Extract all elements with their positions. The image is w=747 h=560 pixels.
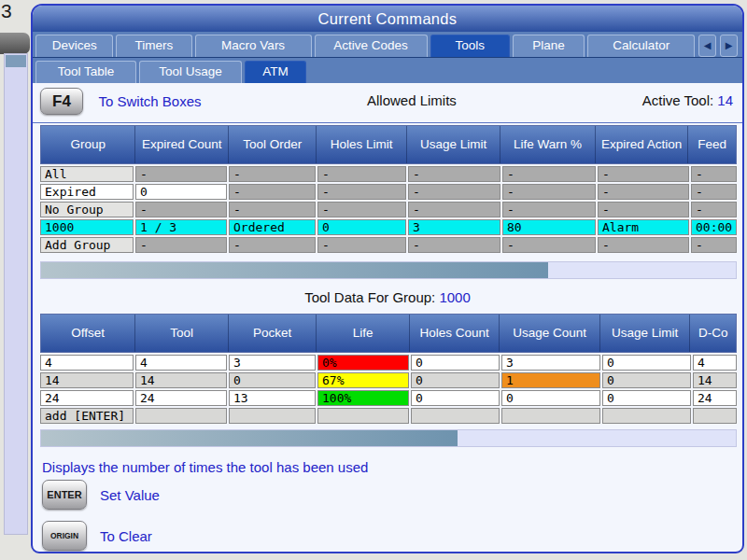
tool-table-scrollbar[interactable] [40, 429, 737, 447]
tab-scroll-left-button[interactable]: ◀ [698, 35, 716, 57]
table-cell[interactable]: 24 [693, 390, 737, 406]
table-cell[interactable]: Expired [40, 184, 134, 200]
group-table-scrollbar-thumb[interactable] [41, 262, 548, 278]
table-cell[interactable]: 0 [411, 355, 500, 371]
table-cell[interactable]: - [317, 237, 406, 253]
table-cell[interactable]: - [408, 237, 500, 253]
table-cell[interactable]: 4 [693, 355, 737, 371]
table-cell[interactable] [411, 408, 500, 424]
table-cell[interactable]: - [317, 202, 406, 217]
table-cell[interactable]: - [691, 166, 737, 182]
table-cell[interactable]: - [229, 184, 316, 200]
table-cell[interactable]: 67% [317, 372, 409, 388]
table-cell[interactable]: 0 [602, 372, 691, 388]
tab-calculator[interactable]: Calculator [587, 35, 695, 57]
table-cell[interactable]: 1 / 3 [135, 219, 227, 235]
tab-macro-vars[interactable]: Macro Vars [195, 35, 312, 57]
table-cell[interactable]: 1 [501, 372, 600, 388]
table-cell[interactable]: 80 [502, 219, 596, 235]
table-cell[interactable]: 100% [317, 390, 409, 406]
table-cell[interactable]: - [135, 202, 227, 217]
column-header: Life Warn % [500, 126, 595, 163]
table-cell[interactable]: 0 [317, 219, 406, 235]
table-cell[interactable]: - [135, 166, 227, 182]
subtab-atm[interactable]: ATM [245, 61, 306, 83]
table-cell[interactable]: All [40, 166, 134, 182]
table-row[interactable]: 242413100%00024 [40, 390, 737, 406]
table-cell[interactable]: - [691, 237, 737, 253]
table-cell[interactable]: - [691, 184, 737, 200]
tab-active-codes[interactable]: Active Codes [315, 35, 428, 57]
table-cell[interactable]: - [502, 184, 596, 200]
table-row[interactable]: add [ENTER] [40, 408, 737, 424]
tab-devices[interactable]: Devices [35, 35, 113, 57]
table-cell[interactable]: 0 [602, 355, 691, 371]
table-cell[interactable]: 14 [40, 372, 134, 388]
table-cell[interactable]: 3 [408, 219, 500, 235]
table-cell[interactable]: - [317, 184, 406, 200]
section-divider [33, 122, 742, 123]
tab-plane[interactable]: Plane [513, 35, 585, 57]
table-cell[interactable]: - [502, 237, 596, 253]
table-cell[interactable] [229, 408, 316, 424]
table-cell[interactable]: - [598, 237, 689, 253]
table-cell[interactable]: 0% [317, 355, 409, 371]
table-cell[interactable]: - [408, 166, 500, 182]
table-cell[interactable]: 24 [40, 390, 134, 406]
table-cell[interactable]: 1000 [40, 219, 134, 235]
tab-tools[interactable]: Tools [430, 35, 510, 57]
table-cell[interactable] [693, 408, 737, 424]
table-cell[interactable]: 00:00 [691, 219, 737, 235]
table-cell[interactable] [602, 408, 691, 424]
tab-timers[interactable]: Timers [116, 35, 191, 57]
table-cell[interactable]: - [408, 202, 500, 217]
background-side-panel-cap [6, 55, 26, 67]
table-cell[interactable]: No Group [40, 202, 134, 217]
table-row[interactable]: Add Group------- [40, 237, 737, 253]
table-cell[interactable]: - [502, 202, 596, 217]
table-cell[interactable]: Add Group [40, 237, 134, 253]
table-cell[interactable] [501, 408, 600, 424]
table-cell[interactable] [317, 408, 409, 424]
table-cell[interactable]: 4 [40, 355, 134, 371]
table-cell[interactable]: add [ENTER] [40, 408, 134, 424]
table-cell[interactable]: 3 [229, 355, 316, 371]
table-cell[interactable]: - [598, 202, 689, 217]
table-cell[interactable]: 3 [501, 355, 600, 371]
table-cell[interactable] [135, 408, 227, 424]
table-row[interactable]: Expired0------ [40, 184, 737, 200]
table-cell[interactable]: - [317, 166, 406, 182]
subtab-tool-usage[interactable]: Tool Usage [139, 61, 242, 83]
table-cell[interactable]: - [502, 166, 596, 182]
table-cell[interactable]: 13 [229, 390, 316, 406]
table-cell[interactable]: Ordered [229, 219, 316, 235]
table-cell[interactable]: - [229, 237, 316, 253]
table-cell[interactable]: - [229, 202, 316, 217]
table-cell[interactable]: 24 [135, 390, 227, 406]
table-cell[interactable]: - [691, 202, 737, 217]
table-row[interactable]: All------- [40, 166, 737, 182]
group-table-scrollbar[interactable] [40, 261, 737, 279]
table-cell[interactable]: 0 [135, 184, 227, 200]
table-cell[interactable]: - [408, 184, 500, 200]
table-cell[interactable]: 0 [501, 390, 600, 406]
table-cell[interactable]: - [135, 237, 227, 253]
table-cell[interactable]: 0 [602, 390, 691, 406]
table-row[interactable]: 1414067%01014 [40, 372, 737, 388]
table-cell[interactable]: 0 [411, 372, 500, 388]
table-cell[interactable]: - [229, 166, 316, 182]
table-cell[interactable]: - [598, 184, 689, 200]
table-cell[interactable]: 0 [229, 372, 316, 388]
table-cell[interactable]: 0 [411, 390, 500, 406]
table-row[interactable]: 10001 / 3Ordered0380Alarm00:00 [40, 219, 737, 235]
table-row[interactable]: 4430%0304 [40, 355, 737, 371]
table-cell[interactable]: 14 [693, 372, 737, 388]
table-cell[interactable]: - [598, 166, 689, 182]
subtab-tool-table[interactable]: Tool Table [35, 61, 136, 83]
table-cell[interactable]: 14 [135, 372, 227, 388]
tab-scroll-right-button[interactable]: ▶ [720, 35, 738, 57]
table-row[interactable]: No Group------- [40, 202, 737, 217]
table-cell[interactable]: 4 [135, 355, 227, 371]
tool-table-scrollbar-thumb[interactable] [41, 430, 458, 446]
table-cell[interactable]: Alarm [598, 219, 689, 235]
